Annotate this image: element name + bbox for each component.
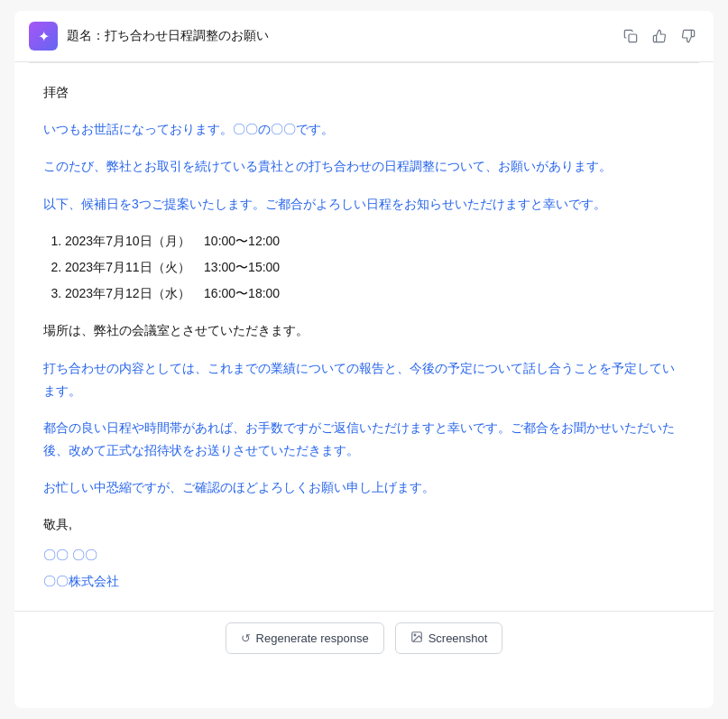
avatar: ✦ (29, 22, 58, 51)
paragraph5: 都合の良い日程や時間帯があれば、お手数ですがご返信いただけますと幸いです。ご都合… (43, 417, 685, 462)
message-body: 拝啓 いつもお世話になっております。〇〇の〇〇です。 このたび、弊社とお取引を続… (14, 63, 714, 611)
paragraph2: このたび、弊社とお取引を続けている貴社との打ち合わせの日程調整について、お願いが… (43, 155, 685, 178)
screenshot-icon (410, 631, 423, 646)
closing: 敬具, (43, 513, 685, 536)
screenshot-button[interactable]: Screenshot (395, 622, 503, 654)
list-item: 2023年7月12日（水） 16:00〜18:00 (65, 282, 685, 305)
regenerate-label: Regenerate response (256, 631, 369, 645)
paragraph6: お忙しい中恐縮ですが、ご確認のほどよろしくお願い申し上げます。 (43, 476, 685, 499)
thumbs-down-button[interactable] (677, 25, 699, 47)
regenerate-button[interactable]: ↺ Regenerate response (226, 622, 384, 654)
paragraph3: 以下、候補日を3つご提案いたします。ご都合がよろしい日程をお知らせいただけますと… (43, 193, 685, 216)
paragraph1: いつもお世話になっております。〇〇の〇〇です。 (43, 118, 685, 141)
message-title: 題名：打ち合わせ日程調整のお願い (67, 28, 620, 44)
list-item: 2023年7月10日（月） 10:00〜12:00 (65, 230, 685, 253)
screenshot-label: Screenshot (429, 631, 488, 645)
copy-button[interactable] (620, 25, 641, 47)
sender-name: 〇〇 〇〇 (43, 544, 685, 567)
date-list: 2023年7月10日（月） 10:00〜12:00 2023年7月11日（火） … (43, 230, 685, 306)
svg-point-2 (414, 634, 416, 636)
svg-rect-0 (629, 34, 637, 42)
ai-icon: ✦ (38, 28, 50, 45)
message-footer: ↺ Regenerate response Screenshot (14, 611, 714, 665)
regenerate-icon: ↺ (241, 631, 251, 645)
message-header: ✦ 題名：打ち合わせ日程調整のお願い (14, 11, 714, 62)
date-2: 2023年7月11日（火） 13:00〜15:00 (65, 260, 280, 274)
list-item: 2023年7月11日（火） 13:00〜15:00 (65, 256, 685, 279)
thumbs-up-button[interactable] (649, 25, 670, 47)
date-1: 2023年7月10日（月） 10:00〜12:00 (65, 234, 280, 248)
header-actions (620, 25, 699, 47)
sender-company: 〇〇株式会社 (43, 570, 685, 593)
location-text: 場所は、弊社の会議室とさせていただきます。 (43, 319, 685, 342)
chat-message: ✦ 題名：打ち合わせ日程調整のお願い (14, 11, 714, 708)
date-3: 2023年7月12日（水） 16:00〜18:00 (65, 286, 280, 300)
salutation: 拝啓 (43, 81, 685, 104)
paragraph4: 打ち合わせの内容としては、これまでの業績についての報告と、今後の予定について話し… (43, 357, 685, 402)
